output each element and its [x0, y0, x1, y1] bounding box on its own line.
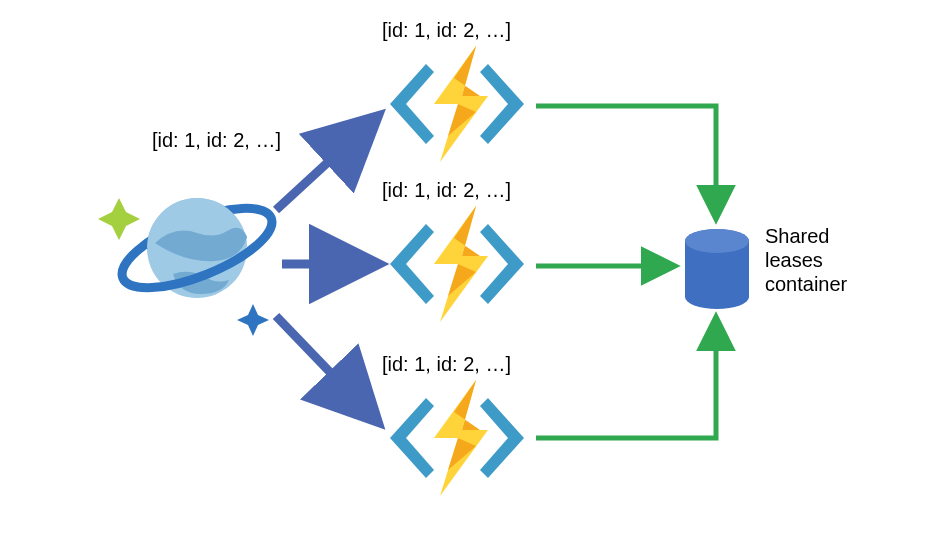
arrows-layer [0, 0, 950, 534]
svg-line-19 [276, 316, 376, 420]
svg-line-17 [276, 118, 376, 210]
diagram-canvas: [id: 1, id: 2, …] [id: 1, id: 2, …] [0, 0, 950, 534]
